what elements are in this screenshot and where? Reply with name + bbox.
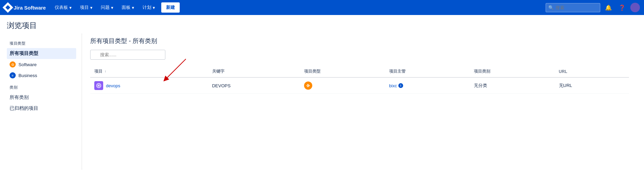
svg-point-1 xyxy=(98,85,99,86)
chevron-down-icon: ▾ xyxy=(111,5,113,10)
project-avatar xyxy=(94,81,103,90)
content-search-wrap: 🔍 xyxy=(90,50,629,60)
chevron-down-icon: ▾ xyxy=(132,5,134,10)
sidebar-item-software-label: Software xyxy=(18,62,37,67)
table-wrapper: 项目 ↑ 关键字 项目类型 项目主管 项目类别 xyxy=(90,66,629,94)
sidebar-item-archived-label: 已归档的项目 xyxy=(10,105,38,111)
cell-url: 无URL xyxy=(555,77,629,94)
cell-category: 无分类 xyxy=(470,77,554,94)
brand-name: Jira Software xyxy=(14,5,46,11)
business-icon: ≡ xyxy=(10,72,16,78)
top-navigation: Jira Software 仪表板 ▾ 项目 ▾ 问题 ▾ 面板 ▾ 计划 ▾ … xyxy=(0,0,644,15)
content-search-container: 🔍 xyxy=(90,50,165,60)
main-content: 所有项目类型 - 所有类别 🔍 xyxy=(82,33,637,170)
sidebar-item-all-categories-label: 所有类别 xyxy=(10,94,29,101)
sidebar-section-category: 类别 xyxy=(7,85,76,90)
sort-icon[interactable]: ↑ xyxy=(105,70,106,73)
info-icon[interactable]: i xyxy=(398,83,403,88)
col-owner: 项目主管 xyxy=(385,66,470,77)
projects-table: 项目 ↑ 关键字 项目类型 项目主管 项目类别 xyxy=(90,66,629,94)
sidebar: 项目类型 所有项目类型 ⊙ Software ≡ Business 类别 所有类… xyxy=(7,33,82,170)
project-link[interactable]: devops xyxy=(106,83,120,88)
sidebar-item-business-label: Business xyxy=(18,73,37,78)
sidebar-section-project-type: 项目类型 xyxy=(7,41,76,46)
nav-issues[interactable]: 问题 ▾ xyxy=(97,0,117,15)
page-title: 浏览项目 xyxy=(0,15,644,33)
type-badge xyxy=(304,81,312,90)
software-type-icon xyxy=(306,83,311,88)
table-row: devops DEVOPS xyxy=(90,77,629,94)
content-title: 所有项目类型 - 所有类别 xyxy=(90,37,629,45)
search-input[interactable] xyxy=(546,3,600,12)
logo[interactable]: Jira Software xyxy=(4,4,46,11)
search-wrap: 🔍 xyxy=(546,3,600,12)
content-search-input[interactable] xyxy=(90,50,165,60)
user-avatar[interactable] xyxy=(630,3,640,12)
create-button[interactable]: 新建 xyxy=(161,2,180,13)
cell-owner: bixc i xyxy=(385,77,470,94)
cell-key: DEVOPS xyxy=(208,77,300,94)
col-type: 项目类型 xyxy=(300,66,385,77)
devops-avatar-icon xyxy=(96,83,101,88)
sidebar-item-all-types[interactable]: 所有项目类型 xyxy=(7,48,76,59)
cell-type xyxy=(300,77,385,94)
chevron-down-icon: ▾ xyxy=(153,5,155,10)
nav-projects[interactable]: 项目 ▾ xyxy=(77,0,96,15)
col-url: URL xyxy=(555,66,629,77)
project-name-cell: devops xyxy=(94,81,204,90)
sidebar-item-all-types-label: 所有项目类型 xyxy=(10,50,38,57)
table-header: 项目 ↑ 关键字 项目类型 项目主管 项目类别 xyxy=(90,66,629,77)
nav-right-area: 🔍 🔔 ❓ xyxy=(546,2,640,13)
logo-diamond-icon xyxy=(2,2,13,13)
help-button[interactable]: ❓ xyxy=(617,2,628,13)
col-category: 项目类别 xyxy=(470,66,554,77)
chevron-down-icon: ▾ xyxy=(90,5,93,10)
nav-dashboard[interactable]: 仪表板 ▾ xyxy=(51,0,75,15)
svg-point-0 xyxy=(97,84,101,88)
table-body: devops DEVOPS xyxy=(90,77,629,94)
sidebar-item-archived[interactable]: 已归档的项目 xyxy=(7,103,76,114)
col-project: 项目 ↑ xyxy=(90,66,208,77)
nav-plan[interactable]: 计划 ▾ xyxy=(139,0,159,15)
owner-info: bixc i xyxy=(389,83,403,88)
svg-point-3 xyxy=(308,85,309,86)
sidebar-item-business[interactable]: ≡ Business xyxy=(7,70,76,81)
owner-link[interactable]: bixc xyxy=(389,83,397,88)
cell-project-name: devops xyxy=(90,77,208,94)
main-layout: 项目类型 所有项目类型 ⊙ Software ≡ Business 类别 所有类… xyxy=(0,33,644,170)
notifications-button[interactable]: 🔔 xyxy=(603,2,614,13)
col-key: 关键字 xyxy=(208,66,300,77)
nav-board[interactable]: 面板 ▾ xyxy=(118,0,138,15)
sidebar-item-software[interactable]: ⊙ Software xyxy=(7,59,76,70)
chevron-down-icon: ▾ xyxy=(69,5,72,10)
software-icon: ⊙ xyxy=(10,61,16,68)
sidebar-item-all-categories[interactable]: 所有类别 xyxy=(7,92,76,103)
